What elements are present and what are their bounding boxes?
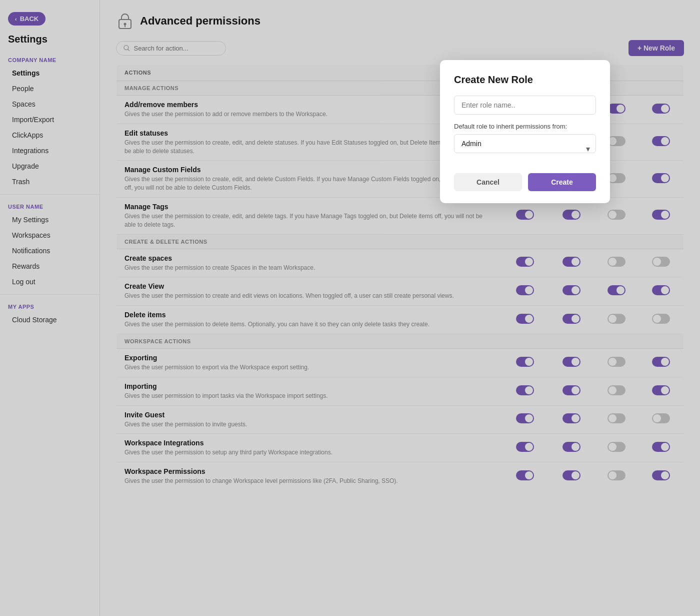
toggle[interactable] [562, 413, 580, 423]
toggle[interactable] [652, 257, 670, 267]
toggle-thumb [525, 211, 533, 219]
sidebar-item-people[interactable]: People [4, 81, 96, 96]
toolbar: + New Role [116, 40, 684, 56]
toggle-track [562, 210, 580, 220]
toggle[interactable] [562, 442, 580, 452]
toggle-cell-3-2 [594, 434, 639, 462]
toggle[interactable] [516, 442, 534, 452]
toggle-track [516, 210, 534, 220]
toggle[interactable] [608, 413, 626, 423]
sidebar-item-workspaces[interactable]: Workspaces [4, 228, 96, 243]
toggle-track [652, 442, 670, 452]
toggle-cell-1-1 [549, 377, 594, 405]
toggle[interactable] [516, 210, 534, 220]
toggle[interactable] [608, 210, 626, 220]
col-header-col4 [639, 65, 684, 81]
toggle-cell-4-1 [549, 462, 594, 491]
toggle[interactable] [516, 470, 534, 480]
toggle[interactable] [652, 314, 670, 324]
toggle[interactable] [516, 257, 534, 267]
toggle[interactable] [516, 314, 534, 324]
toggle[interactable] [562, 357, 580, 367]
sidebar-item-spaces[interactable]: Spaces [4, 97, 96, 112]
toggle[interactable] [652, 385, 670, 395]
sidebar-item-import-export[interactable]: Import/Export [4, 112, 96, 127]
toggle-thumb [525, 386, 533, 394]
search-box[interactable] [116, 41, 226, 56]
toggle-track [652, 385, 670, 395]
toggle[interactable] [516, 357, 534, 367]
toggle[interactable] [608, 257, 626, 267]
toggle-cell-4-0 [501, 462, 549, 491]
toggle-track [652, 173, 670, 183]
toggle[interactable] [652, 470, 670, 480]
toggle[interactable] [652, 413, 670, 423]
toggle[interactable] [516, 413, 534, 423]
sidebar-item-settings[interactable]: Settings [4, 66, 96, 81]
toggle[interactable] [652, 136, 670, 146]
sidebar-item-integrations[interactable]: Integrations [4, 143, 96, 158]
toggle[interactable] [608, 385, 626, 395]
toggle-cell-2-3 [639, 161, 684, 198]
toggle[interactable] [608, 357, 626, 367]
perm-name: Manage Custom Fields [124, 166, 493, 174]
sidebar-item-clickapps[interactable]: ClickApps [4, 128, 96, 143]
sidebar-item-log-out[interactable]: Log out [4, 274, 96, 289]
toggle[interactable] [652, 357, 670, 367]
perm-name: Delete items [124, 311, 493, 319]
sidebar-item-rewards[interactable]: Rewards [4, 259, 96, 274]
sidebar-item-my-settings[interactable]: My Settings [4, 212, 96, 227]
section-header-workspace-actions: WORKSPACE ACTIONS [116, 334, 684, 348]
toggle-track [652, 470, 670, 480]
toggle[interactable] [652, 173, 670, 183]
sidebar: ‹ BACK Settings COMPANY NAMESettingsPeop… [0, 0, 100, 616]
toggle-cell-0-1 [549, 249, 594, 277]
toggle[interactable] [652, 104, 670, 114]
toggle[interactable] [562, 257, 580, 267]
toggle-thumb [608, 211, 616, 219]
role-name-input[interactable] [454, 96, 596, 115]
toggle[interactable] [608, 314, 626, 324]
perm-desc: Gives the user permission to import task… [124, 392, 493, 400]
toggle-thumb [572, 286, 580, 294]
toggle-thumb [608, 258, 616, 266]
toggle-thumb [608, 386, 616, 394]
toggle-track [652, 285, 670, 295]
search-input[interactable] [134, 45, 218, 52]
toggle-cell-2-1 [549, 306, 594, 334]
toggle-track [562, 257, 580, 267]
table-row: Workspace PermissionsGives the user the … [116, 462, 684, 491]
back-button[interactable]: ‹ BACK [8, 12, 46, 26]
toggle-thumb [653, 414, 661, 422]
create-button[interactable]: Create [528, 173, 596, 191]
sidebar-item-upgrade[interactable]: Upgrade [4, 159, 96, 174]
toggle[interactable] [516, 385, 534, 395]
toggle[interactable] [562, 470, 580, 480]
sidebar-item-trash[interactable]: Trash [4, 174, 96, 189]
toggle[interactable] [652, 442, 670, 452]
toggle-cell-2-1 [549, 405, 594, 434]
toggle[interactable] [562, 285, 580, 295]
sidebar-item-notifications[interactable]: Notifications [4, 243, 96, 258]
toggle[interactable] [608, 285, 626, 295]
toggle[interactable] [608, 442, 626, 452]
toggle-cell-2-2 [594, 306, 639, 334]
toggle[interactable] [608, 470, 626, 480]
toggle[interactable] [652, 210, 670, 220]
toggle[interactable] [562, 314, 580, 324]
perm-desc: Gives the user the permission to create,… [124, 212, 493, 229]
page-title: Advanced permissions [140, 15, 260, 28]
toggle[interactable] [652, 285, 670, 295]
sidebar-item-cloud-storage[interactable]: Cloud Storage [4, 312, 96, 327]
toggle-cell-3-0 [501, 434, 549, 462]
new-role-button[interactable]: + New Role [628, 40, 684, 56]
toggle-thumb [661, 211, 669, 219]
toggle[interactable] [562, 385, 580, 395]
toggle-cell-0-1 [549, 348, 594, 377]
cancel-button[interactable]: Cancel [454, 173, 522, 191]
inherit-select[interactable]: AdminMemberViewerGuest [454, 134, 596, 153]
toggle[interactable] [562, 210, 580, 220]
perm-name: Exporting [124, 354, 493, 362]
toggle[interactable] [516, 285, 534, 295]
perm-desc: Gives the user the permission to change … [124, 477, 493, 485]
